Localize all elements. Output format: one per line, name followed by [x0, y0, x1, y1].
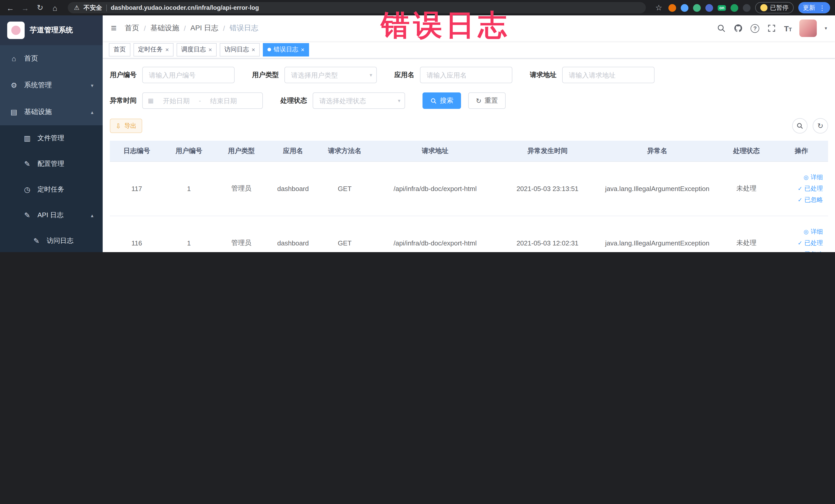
- filter-app-name: 应用名: [394, 67, 512, 83]
- browser-toolbar: ← → ↻ ⌂ ⚠ 不安全 dashboard.yudao.iocoder.cn…: [0, 0, 835, 15]
- breadcrumb-infrastructure[interactable]: 基础设施: [150, 24, 179, 33]
- forward-icon[interactable]: →: [20, 3, 30, 12]
- process-status-select-input[interactable]: [313, 93, 405, 109]
- ext-orange-icon[interactable]: [668, 4, 676, 12]
- reload-icon[interactable]: ↻: [35, 3, 45, 12]
- filter-row-1: 用户编号 用户类型 ▾ 应用名 请: [110, 67, 828, 83]
- sidebar-item-api-logs[interactable]: ✎ API 日志 ▴: [0, 202, 103, 228]
- ext-vue-icon[interactable]: [693, 4, 701, 12]
- search-button[interactable]: 搜索: [423, 93, 461, 109]
- sidebar-item-label: 配置管理: [38, 159, 64, 168]
- close-icon[interactable]: ×: [208, 46, 212, 53]
- col-exception-name: 异常名: [596, 141, 718, 161]
- download-icon: ⇩: [116, 122, 121, 129]
- close-icon[interactable]: ×: [251, 46, 255, 53]
- avatar[interactable]: [799, 20, 817, 37]
- cell-log-id: 116: [110, 216, 163, 252]
- bookmark-star-icon[interactable]: ☆: [653, 3, 664, 12]
- processed-link[interactable]: ✓已处理: [777, 183, 823, 194]
- process-status-select[interactable]: ▾: [313, 93, 405, 109]
- user-id-input[interactable]: [142, 67, 235, 83]
- export-button[interactable]: ⇩ 导出: [110, 119, 142, 133]
- home-icon[interactable]: ⌂: [50, 3, 60, 12]
- help-icon[interactable]: ?: [751, 24, 759, 33]
- app-name-input[interactable]: [420, 67, 512, 83]
- col-exception-time: 异常发生时间: [498, 141, 596, 161]
- ext-on-badge-icon[interactable]: on: [718, 5, 726, 11]
- close-icon[interactable]: ×: [165, 46, 169, 53]
- col-request-url: 请求地址: [372, 141, 498, 161]
- search-icon[interactable]: [717, 24, 726, 33]
- app-window: 芋道管理系统 ⌂ 首页 ⚙ 系统管理 ▾ ▤ 基础设施 ▴ ▥: [0, 15, 835, 252]
- processed-link[interactable]: ✓已处理: [777, 237, 823, 248]
- tab-schedule-log[interactable]: 调度日志 ×: [177, 43, 217, 56]
- back-icon[interactable]: ←: [5, 3, 15, 12]
- ignored-link[interactable]: ✓已忽略: [777, 194, 823, 205]
- user-type-select[interactable]: ▾: [284, 67, 377, 83]
- chevron-up-icon: ▴: [91, 109, 94, 115]
- sidebar-item-label: 系统管理: [24, 81, 52, 90]
- sidebar-item-access-log[interactable]: ✎ 访问日志: [0, 228, 103, 252]
- cell-user-id: 1: [163, 216, 214, 252]
- paused-label: 已暂停: [770, 3, 789, 12]
- update-button[interactable]: 更新 ⋮: [798, 2, 830, 13]
- cell-actions: ◎详细 ✓已处理 ✓已忽略: [775, 161, 828, 216]
- range-separator: -: [199, 97, 201, 104]
- col-app-name: 应用名: [268, 141, 318, 161]
- sidebar-logo[interactable]: 芋道管理系统: [0, 15, 103, 45]
- sidebar-item-system-management[interactable]: ⚙ 系统管理 ▾: [0, 72, 103, 99]
- detail-link[interactable]: ◎详细: [777, 226, 823, 237]
- refresh-icon: ↻: [476, 97, 482, 104]
- reset-label: 重置: [485, 96, 498, 105]
- error-log-table: 日志编号 用户编号 用户类型 应用名 请求方法名 请求地址 异常发生时间 异常名…: [110, 141, 828, 252]
- tab-access-log[interactable]: 访问日志 ×: [220, 43, 260, 56]
- reset-button[interactable]: ↻ 重置: [468, 93, 506, 109]
- fullscreen-icon[interactable]: [767, 24, 776, 33]
- edit-icon: ✎: [23, 160, 32, 168]
- breadcrumb-api-logs[interactable]: API 日志: [190, 24, 219, 33]
- font-size-icon[interactable]: TT: [784, 24, 792, 33]
- avatar-caret-icon[interactable]: ▾: [825, 26, 827, 31]
- browser-menu-icon[interactable]: ⋮: [819, 4, 826, 12]
- tab-home[interactable]: 首页: [109, 43, 130, 56]
- hamburger-icon[interactable]: ≡: [111, 23, 117, 34]
- request-url-input[interactable]: [562, 67, 655, 83]
- sidebar-item-file-management[interactable]: ▥ 文件管理: [0, 125, 103, 151]
- edit-square-icon: ✎: [32, 237, 41, 245]
- ext-green-icon[interactable]: [731, 4, 738, 12]
- date-range-picker[interactable]: ▦ -: [142, 93, 263, 109]
- end-date-input[interactable]: [204, 97, 244, 104]
- screen: ← → ↻ ⌂ ⚠ 不安全 dashboard.yudao.iocoder.cn…: [0, 0, 835, 252]
- cell-request-url: /api/infra/db-doc/export-html: [372, 216, 498, 252]
- cell-status: 未处理: [718, 216, 775, 252]
- ext-blue-icon[interactable]: [681, 4, 688, 12]
- ext-grid-icon[interactable]: [705, 4, 713, 12]
- sidebar-item-infrastructure[interactable]: ▤ 基础设施 ▴: [0, 99, 103, 125]
- cell-app-name: dashboard: [268, 216, 318, 252]
- check-icon: ✓: [798, 194, 802, 205]
- address-bar[interactable]: ⚠ 不安全 dashboard.yudao.iocoder.cn/infra/l…: [68, 2, 646, 13]
- start-date-input[interactable]: [156, 97, 196, 104]
- sidebar-item-config-management[interactable]: ✎ 配置管理: [0, 151, 103, 177]
- col-log-id: 日志编号: [110, 141, 163, 161]
- col-status: 处理状态: [718, 141, 775, 161]
- ignored-link[interactable]: ✓已忽略: [777, 248, 823, 252]
- github-icon[interactable]: [734, 24, 743, 33]
- ext-paw-icon[interactable]: [743, 4, 751, 12]
- sidebar-item-home[interactable]: ⌂ 首页: [0, 45, 103, 72]
- search-toggle-button[interactable]: [792, 118, 808, 134]
- sidebar-item-scheduled-tasks[interactable]: ◷ 定时任务: [0, 177, 103, 202]
- cell-method: GET: [318, 216, 372, 252]
- cell-user-type: 管理员: [214, 216, 268, 252]
- detail-link[interactable]: ◎详细: [777, 172, 823, 183]
- detail-label: 详细: [811, 226, 823, 237]
- user-type-select-input[interactable]: [284, 67, 377, 83]
- tab-error-log[interactable]: 错误日志 ×: [263, 43, 309, 56]
- filter-request-url: 请求地址: [530, 67, 655, 83]
- paused-extension-button[interactable]: 已暂停: [755, 2, 794, 13]
- refresh-button[interactable]: ↻: [813, 118, 828, 134]
- tab-scheduled-tasks[interactable]: 定时任务 ×: [134, 43, 174, 56]
- close-icon[interactable]: ×: [301, 46, 304, 53]
- breadcrumb-home[interactable]: 首页: [125, 24, 139, 33]
- monitor-icon: ▤: [9, 108, 19, 116]
